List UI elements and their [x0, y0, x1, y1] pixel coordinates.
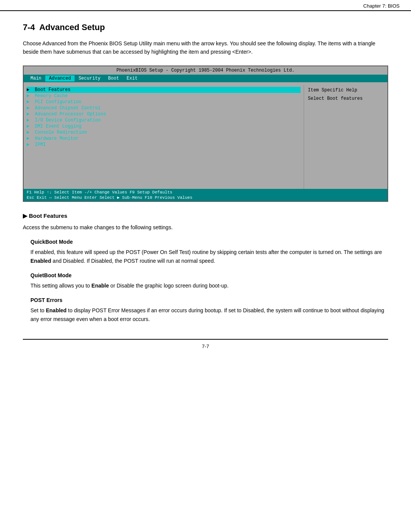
- bios-menu-boot[interactable]: Boot: [104, 75, 123, 81]
- quietboot-text: This setting allows you to Enable or Dis…: [30, 281, 388, 290]
- section-title: 7-4 Advanced Setup: [23, 22, 388, 32]
- post-errors-text: Set to Enabled to display POST Error Mes…: [30, 306, 388, 324]
- quickboot-text: If enabled, this feature will speed up t…: [30, 248, 388, 265]
- quietboot-heading: QuietBoot Mode: [30, 272, 388, 278]
- bios-footer: F1 Help ↑↓ Select Item -/+ Change Values…: [24, 189, 387, 201]
- bios-entry-console[interactable]: ► Console Redirection: [27, 129, 301, 136]
- bios-entry-pci-config[interactable]: ► PCI Configuration: [27, 99, 301, 105]
- bios-footer-row1: F1 Help ↑↓ Select Item -/+ Change Values…: [27, 190, 384, 195]
- post-errors-heading: POST Errors: [30, 297, 388, 303]
- bios-entry-advanced-processor[interactable]: ► Advanced Processor Options: [27, 111, 301, 117]
- bios-help-title: Item Specific Help: [308, 88, 384, 93]
- bios-help-panel: Item Specific Help Select Boot features: [304, 85, 387, 189]
- bios-menu-security[interactable]: Security: [75, 75, 104, 81]
- bios-help-text: Select Boot features: [308, 96, 384, 101]
- bios-entry-memory-cache[interactable]: ► Memory Cache: [27, 93, 301, 99]
- bios-menu-main[interactable]: Main: [27, 75, 45, 81]
- bios-footer-row2: Esc Exit ↔ Select Menu Enter Select ▶ Su…: [27, 195, 384, 200]
- boot-features-heading: Boot Features: [23, 212, 388, 219]
- bios-menu-bar: Main Advanced Security Boot Exit: [24, 75, 387, 82]
- bios-entry-hardware-monitor[interactable]: ► Hardware Monitor: [27, 136, 301, 142]
- bios-menu-exit[interactable]: Exit: [123, 75, 142, 81]
- bios-entry-dmi[interactable]: ► DMI Event Logging: [27, 123, 301, 129]
- bios-entry-ipmi[interactable]: ► IPMI: [27, 142, 301, 148]
- bios-title-bar: PhoenixBIOS Setup - Copyright 1985-2004 …: [24, 66, 387, 75]
- quickboot-heading: QuickBoot Mode: [30, 239, 388, 245]
- bios-entry-io-device[interactable]: ► I/O Device Configuration: [27, 117, 301, 123]
- page-footer: 7-7: [23, 339, 388, 349]
- boot-features-intro: Access the submenu to make changes to th…: [23, 223, 388, 232]
- bios-screen: PhoenixBIOS Setup - Copyright 1985-2004 …: [23, 66, 388, 202]
- intro-text: Choose Advanced from the Phoenix BIOS Se…: [23, 39, 388, 56]
- bios-body: ► Boot Features ► Memory Cache ► PCI Con…: [24, 82, 387, 189]
- bios-entry-boot-features[interactable]: ► Boot Features: [27, 87, 301, 93]
- bios-menu-entries: ► Boot Features ► Memory Cache ► PCI Con…: [24, 85, 304, 189]
- page-number: 7-7: [202, 343, 209, 349]
- bios-menu-advanced[interactable]: Advanced: [45, 75, 75, 81]
- chapter-label: Chapter 7: BIOS: [0, 0, 411, 11]
- bios-entry-advanced-chipset[interactable]: ► Advanced Chipset Control: [27, 105, 301, 111]
